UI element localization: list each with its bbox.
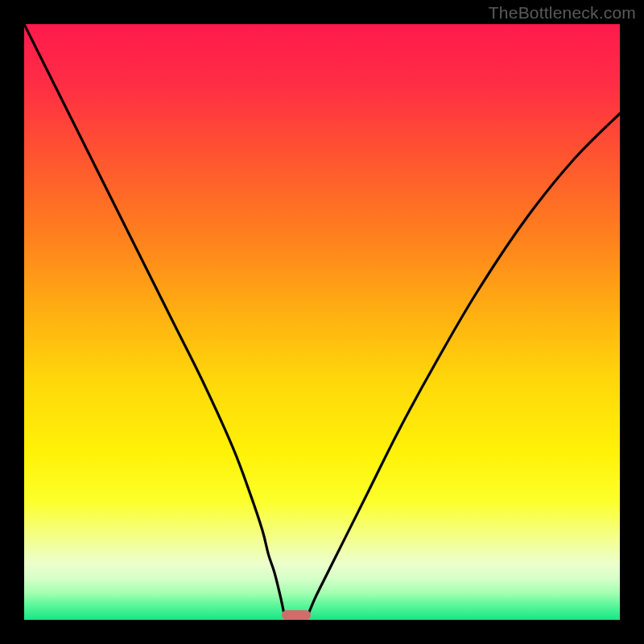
plot-area bbox=[24, 24, 620, 620]
bottleneck-curve bbox=[24, 24, 620, 620]
optimal-zone-marker bbox=[282, 610, 311, 620]
watermark-text: TheBottleneck.com bbox=[489, 3, 636, 23]
chart-frame: TheBottleneck.com bbox=[0, 0, 644, 644]
